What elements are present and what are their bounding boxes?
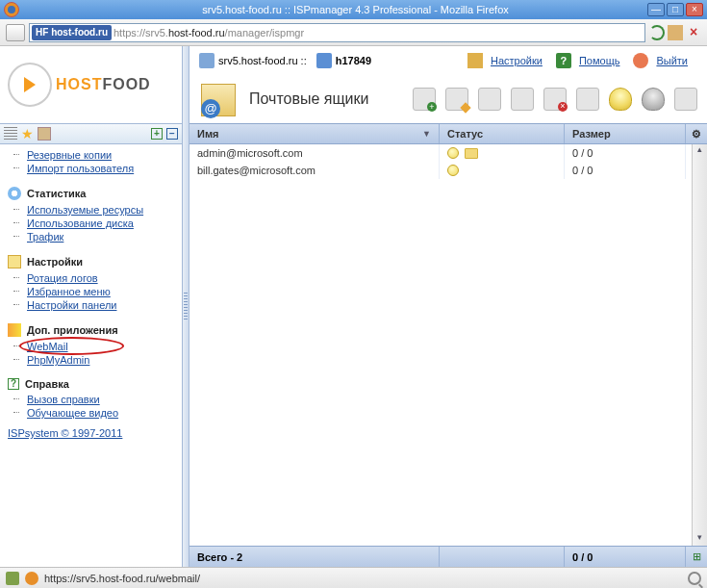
exit-icon[interactable]: [633, 53, 648, 68]
nav-link-phpmyadmin[interactable]: PhpMyAdmin: [0, 353, 182, 367]
top-toolbar: srv5.host-food.ru :: h17849 Настройки ? …: [189, 46, 707, 75]
nav-link-traffic[interactable]: Трафик: [0, 230, 182, 243]
bulb-on-icon: [447, 147, 459, 159]
window-titlebar: srv5.host-food.ru :: ISPmanager 4.3 Prof…: [0, 0, 707, 19]
sidebar-toolbar: ★ + −: [0, 123, 182, 144]
settings-link[interactable]: Настройки: [491, 55, 543, 66]
minimize-button[interactable]: —: [647, 3, 665, 16]
help-link[interactable]: Помощь: [579, 55, 620, 66]
col-status[interactable]: Статус: [440, 124, 565, 143]
folder-icon: [465, 148, 478, 159]
add-button[interactable]: [413, 88, 436, 111]
section-help[interactable]: ?Справка: [0, 372, 182, 393]
clipboard-icon[interactable]: [38, 127, 51, 141]
nav-link-panel-settings[interactable]: Настройки панели: [0, 298, 182, 312]
cell-size: 0 / 0: [565, 144, 686, 162]
home-icon[interactable]: [668, 25, 683, 40]
nav-link-fav-menu[interactable]: Избранное меню: [0, 285, 182, 298]
logo: HOSTFOOD: [0, 46, 182, 123]
table-row[interactable]: bill.gates@microsoft.com 0 / 0: [189, 162, 707, 179]
settings-icon: [8, 255, 21, 268]
export-icon[interactable]: ⊞: [686, 547, 707, 567]
col-size[interactable]: Размер: [565, 124, 686, 143]
exit-link[interactable]: Выйти: [656, 55, 688, 66]
cell-name: admin@microsoft.com: [189, 144, 440, 162]
extra-button[interactable]: [674, 88, 697, 111]
copyright-link[interactable]: ISPsystem © 1997-2011: [0, 420, 182, 447]
delete-button[interactable]: [543, 88, 567, 111]
user-icon: [316, 53, 332, 68]
footer-total: Всего - 2: [189, 547, 440, 567]
scrollbar[interactable]: ▴ ▾: [692, 144, 707, 546]
sidebar-nav: Резервные копии Импорт пользователя Стат…: [0, 144, 182, 567]
table-body: admin@microsoft.com 0 / 0 bill.gates@mic…: [189, 144, 707, 546]
table-footer: Всего - 2 0 / 0 ⊞: [189, 546, 707, 567]
splitter-handle[interactable]: [183, 46, 189, 567]
url-text: https://srv5.host-food.ru/manager/ispmgr: [114, 27, 304, 38]
close-button[interactable]: ×: [686, 3, 703, 16]
nav-link-webmail[interactable]: WebMail: [0, 340, 182, 353]
status-url: https://srv5.host-food.ru/webmail/: [44, 573, 200, 584]
nav-link-import-user[interactable]: Импорт пользователя: [0, 162, 182, 175]
cell-name: bill.gates@microsoft.com: [189, 162, 440, 179]
logo-arrow-icon: [24, 77, 36, 92]
nav-link-log-rotation[interactable]: Ротация логов: [0, 271, 182, 285]
section-apps[interactable]: Доп. приложения: [0, 318, 182, 340]
server-name: srv5.host-food.ru ::: [218, 55, 307, 66]
table-row[interactable]: admin@microsoft.com 0 / 0: [189, 144, 707, 162]
page-header: @ Почтовые ящики: [189, 75, 707, 123]
star-icon[interactable]: ★: [21, 127, 34, 141]
gear-icon[interactable]: [467, 53, 483, 68]
bookmark-button[interactable]: [6, 24, 25, 41]
expand-all-icon[interactable]: +: [151, 128, 163, 140]
cell-status: [440, 162, 565, 179]
cell-status: [440, 144, 565, 162]
search-icon[interactable]: [688, 572, 701, 585]
mailbox-icon: @: [199, 80, 238, 118]
stats-icon: [8, 187, 21, 200]
collapse-all-icon[interactable]: −: [166, 128, 178, 140]
reload-icon[interactable]: [649, 25, 665, 40]
address-bar: HF host-food.ru https://srv5.host-food.r…: [0, 19, 707, 46]
col-config-icon[interactable]: ⚙: [686, 124, 707, 143]
firefox-icon: [4, 2, 19, 17]
disk2-button[interactable]: [511, 88, 534, 111]
cell-size: 0 / 0: [565, 162, 686, 179]
edit-button[interactable]: [445, 88, 468, 111]
nav-link-disk-usage[interactable]: Использование диска: [0, 217, 182, 230]
bulb-on-icon: [447, 165, 459, 176]
maximize-button[interactable]: □: [667, 3, 684, 16]
nav-link-tutorial-video[interactable]: Обучающее видео: [0, 406, 182, 420]
apps-icon: [8, 323, 21, 337]
table-header: Имя▼ Статус Размер ⚙: [189, 123, 707, 144]
site-identity-badge[interactable]: HF host-food.ru: [32, 25, 112, 40]
nav-link-backup[interactable]: Резервные копии: [0, 148, 182, 162]
plugin-icon[interactable]: [6, 572, 19, 585]
main-panel: srv5.host-food.ru :: h17849 Настройки ? …: [189, 46, 707, 567]
help-badge-icon[interactable]: ?: [556, 53, 571, 68]
disk3-button[interactable]: [576, 88, 599, 111]
page-title: Почтовые ящики: [249, 90, 413, 108]
disable-button[interactable]: [642, 88, 665, 111]
footer-size: 0 / 0: [565, 547, 686, 567]
enable-button[interactable]: [609, 88, 632, 111]
sort-desc-icon: ▼: [422, 129, 431, 139]
firefox-status-icon[interactable]: [25, 572, 38, 585]
section-settings[interactable]: Настройки: [0, 249, 182, 271]
scroll-down-icon[interactable]: ▾: [694, 532, 707, 546]
disk-button[interactable]: [478, 88, 501, 111]
url-input[interactable]: HF host-food.ru https://srv5.host-food.r…: [29, 23, 645, 42]
nav-link-resources[interactable]: Используемые ресурсы: [0, 203, 182, 217]
scroll-up-icon[interactable]: ▴: [694, 144, 707, 158]
col-name[interactable]: Имя▼: [189, 124, 440, 143]
sidebar: HOSTFOOD ★ + − Резервные копии Импорт по…: [0, 46, 183, 567]
help-icon: ?: [8, 378, 19, 390]
window-title: srv5.host-food.ru :: ISPmanager 4.3 Prof…: [25, 4, 647, 15]
browser-statusbar: https://srv5.host-food.ru/webmail/: [0, 567, 707, 588]
stop-icon[interactable]: ×: [686, 25, 701, 40]
list-icon[interactable]: [4, 127, 17, 141]
section-stats[interactable]: Статистика: [0, 181, 182, 203]
server-icon: [199, 53, 215, 68]
username: h17849: [336, 55, 371, 66]
nav-link-call-help[interactable]: Вызов справки: [0, 393, 182, 406]
